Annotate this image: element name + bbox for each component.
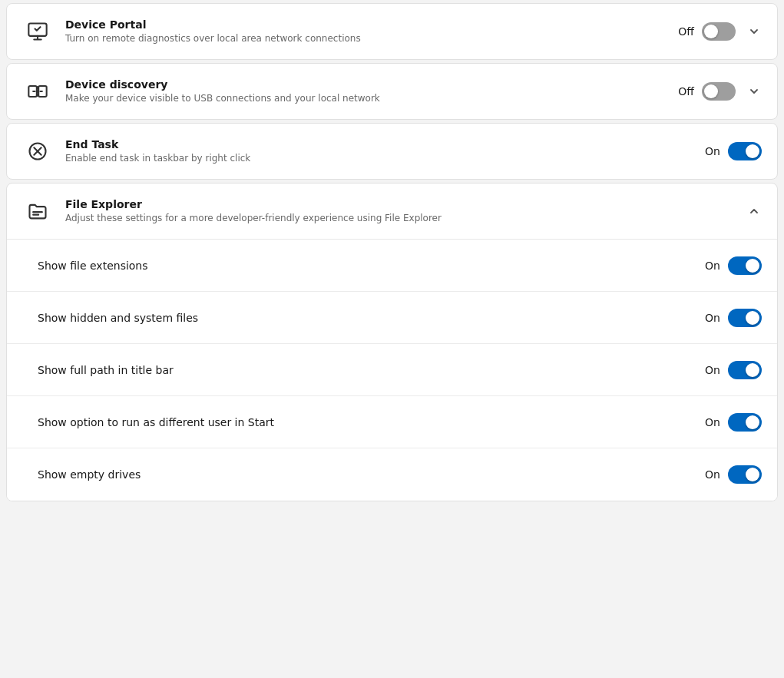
end-task-row: End Task Enable end task in taskbar by r… (7, 124, 777, 179)
device-portal-text: Device Portal Turn on remote diagnostics… (65, 18, 673, 45)
device-discovery-status: Off (673, 85, 694, 98)
show-file-extensions-label: Show file extensions (38, 260, 699, 272)
show-empty-drives-track (728, 465, 762, 484)
device-portal-title: Device Portal (65, 18, 673, 31)
device-portal-card: Device Portal Turn on remote diagnostics… (6, 3, 778, 60)
show-run-as-user-track (728, 413, 762, 432)
end-task-title: End Task (65, 138, 699, 150)
show-hidden-files-row: Show hidden and system files On (7, 292, 777, 344)
show-file-extensions-row: Show file extensions On (7, 240, 777, 292)
show-run-as-user-toggle[interactable] (728, 413, 762, 432)
end-task-toggle[interactable] (728, 142, 762, 160)
file-explorer-desc: Adjust these settings for a more develop… (65, 212, 743, 225)
show-full-path-row: Show full path in title bar On (7, 344, 777, 396)
device-portal-row: Device Portal Turn on remote diagnostics… (7, 4, 777, 59)
file-explorer-header-row: File Explorer Adjust these settings for … (7, 184, 777, 240)
show-empty-drives-status: On (699, 468, 720, 481)
show-run-as-user-thumb (746, 415, 759, 429)
end-task-desc: Enable end task in taskbar by right clic… (65, 152, 699, 165)
device-discovery-control: Off (673, 82, 762, 101)
device-discovery-title: Device discovery (65, 78, 673, 91)
device-portal-toggle[interactable] (702, 22, 736, 41)
show-empty-drives-control: On (699, 465, 762, 484)
file-explorer-control (743, 203, 762, 219)
show-file-extensions-track (728, 256, 762, 275)
device-discovery-icon (22, 76, 53, 107)
end-task-text: End Task Enable end task in taskbar by r… (65, 138, 699, 165)
device-discovery-text: Device discovery Make your device visibl… (65, 78, 673, 105)
device-discovery-thumb (704, 84, 718, 98)
device-portal-icon (22, 16, 53, 47)
device-portal-control: Off (673, 22, 762, 41)
show-run-as-user-control: On (699, 413, 762, 432)
device-discovery-desc: Make your device visible to USB connecti… (65, 92, 673, 105)
show-full-path-thumb (746, 363, 759, 377)
file-explorer-icon (22, 196, 53, 227)
end-task-icon (22, 136, 53, 167)
show-hidden-files-control: On (699, 309, 762, 327)
file-explorer-group: File Explorer Adjust these settings for … (6, 183, 778, 501)
end-task-control: On (699, 142, 762, 160)
show-file-extensions-toggle[interactable] (728, 256, 762, 275)
file-explorer-title: File Explorer (65, 198, 743, 210)
show-full-path-control: On (699, 361, 762, 379)
show-hidden-files-status: On (699, 312, 720, 324)
show-empty-drives-toggle[interactable] (728, 465, 762, 484)
file-explorer-sub-items: Show file extensions On Show hidden and … (7, 240, 777, 501)
show-run-as-user-row: Show option to run as different user in … (7, 396, 777, 448)
show-run-as-user-status: On (699, 416, 720, 428)
file-explorer-chevron[interactable] (746, 203, 762, 219)
end-task-thumb (746, 144, 759, 158)
device-discovery-card: Device discovery Make your device visibl… (6, 63, 778, 120)
show-hidden-files-track (728, 309, 762, 327)
settings-container: Device Portal Turn on remote diagnostics… (0, 3, 784, 501)
device-portal-desc: Turn on remote diagnostics over local ar… (65, 32, 673, 45)
show-file-extensions-control: On (699, 256, 762, 275)
show-hidden-files-label: Show hidden and system files (38, 312, 699, 324)
show-hidden-files-thumb (746, 311, 759, 325)
file-explorer-text: File Explorer Adjust these settings for … (65, 198, 743, 225)
show-empty-drives-thumb (746, 468, 759, 481)
device-discovery-chevron[interactable] (746, 84, 762, 99)
device-discovery-row: Device discovery Make your device visibl… (7, 64, 777, 119)
show-file-extensions-thumb (746, 259, 759, 273)
end-task-card: End Task Enable end task in taskbar by r… (6, 123, 778, 180)
device-portal-track (702, 22, 736, 41)
device-portal-thumb (704, 25, 718, 38)
end-task-status: On (699, 145, 720, 157)
show-full-path-status: On (699, 364, 720, 376)
show-full-path-toggle[interactable] (728, 361, 762, 379)
show-full-path-track (728, 361, 762, 379)
device-portal-chevron[interactable] (746, 24, 762, 39)
show-full-path-label: Show full path in title bar (38, 364, 699, 376)
show-file-extensions-status: On (699, 260, 720, 272)
device-discovery-toggle[interactable] (702, 82, 736, 101)
device-portal-status: Off (673, 25, 694, 38)
end-task-track (728, 142, 762, 160)
show-hidden-files-toggle[interactable] (728, 309, 762, 327)
show-empty-drives-label: Show empty drives (38, 468, 699, 481)
show-run-as-user-label: Show option to run as different user in … (38, 416, 699, 428)
device-discovery-track (702, 82, 736, 101)
show-empty-drives-row: Show empty drives On (7, 448, 777, 501)
